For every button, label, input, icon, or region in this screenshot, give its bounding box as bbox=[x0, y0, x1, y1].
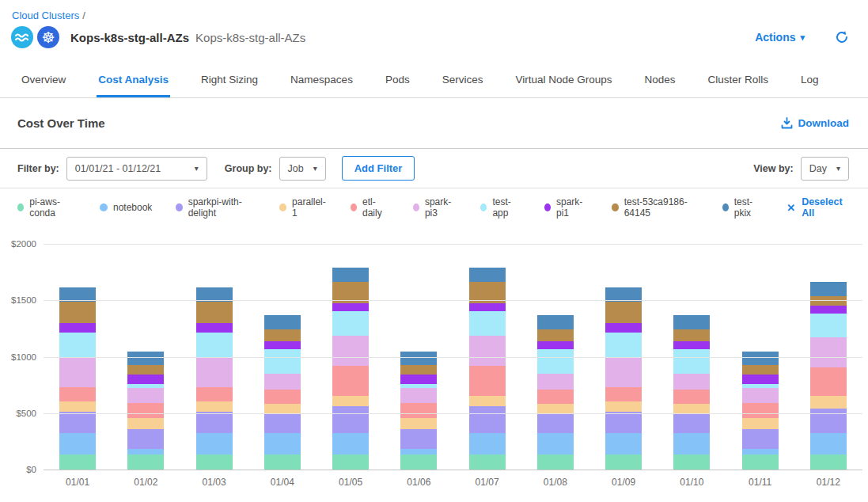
tab-virtual-node-groups[interactable]: Virtual Node Groups bbox=[514, 63, 613, 97]
bar-segment-etl-daily[interactable] bbox=[537, 390, 574, 404]
bar-segment-notebook[interactable] bbox=[127, 449, 164, 454]
bar-segment-test-pkix[interactable] bbox=[127, 352, 164, 365]
bar-segment-spark-pi1[interactable] bbox=[742, 375, 779, 383]
bar-segment-etl-daily[interactable] bbox=[469, 366, 506, 396]
bar-segment-test-app[interactable] bbox=[673, 349, 710, 374]
tab-namespaces[interactable]: Namespaces bbox=[289, 63, 354, 97]
bar-segment-test-53ca9186-64145[interactable] bbox=[537, 329, 574, 341]
legend-item-parallel-1[interactable]: parallel-1 bbox=[279, 196, 327, 219]
bar-segment-etl-daily[interactable] bbox=[59, 387, 96, 401]
legend-item-test-53ca9186-64145[interactable]: test-53ca9186-64145 bbox=[612, 196, 698, 219]
bar-segment-pi-aws-conda[interactable] bbox=[400, 454, 437, 470]
bar-segment-test-53ca9186-64145[interactable] bbox=[264, 329, 301, 341]
bar-segment-sparkpi-with-delight[interactable] bbox=[127, 429, 164, 449]
bar-segment-etl-daily[interactable] bbox=[264, 390, 301, 404]
bar-segment-spark-pi1[interactable] bbox=[537, 341, 574, 349]
bar-segment-sparkpi-with-delight[interactable] bbox=[605, 412, 642, 432]
stacked-bar-01/02[interactable] bbox=[127, 352, 164, 470]
bar-segment-spark-pi1[interactable] bbox=[605, 323, 642, 333]
bar-segment-parallel-1[interactable] bbox=[332, 396, 369, 407]
bar-segment-parallel-1[interactable] bbox=[742, 418, 779, 429]
bar-segment-parallel-1[interactable] bbox=[605, 401, 642, 413]
bar-segment-test-app[interactable] bbox=[59, 333, 96, 357]
bar-segment-parallel-1[interactable] bbox=[59, 401, 96, 413]
bar-segment-etl-daily[interactable] bbox=[332, 366, 369, 396]
bar-segment-etl-daily[interactable] bbox=[196, 387, 233, 401]
legend-item-sparkpi-with-delight[interactable]: sparkpi-with-delight bbox=[176, 196, 256, 219]
group-by-select[interactable]: Job ▾ bbox=[279, 157, 326, 181]
bar-segment-parallel-1[interactable] bbox=[127, 418, 164, 429]
bar-segment-spark-pi3[interactable] bbox=[59, 357, 96, 387]
bar-segment-spark-pi3[interactable] bbox=[127, 388, 164, 403]
bar-segment-notebook[interactable] bbox=[742, 449, 779, 454]
bar-segment-spark-pi1[interactable] bbox=[264, 341, 301, 349]
bar-segment-parallel-1[interactable] bbox=[469, 396, 506, 407]
bar-segment-etl-daily[interactable] bbox=[400, 403, 437, 418]
bar-segment-parallel-1[interactable] bbox=[673, 404, 710, 413]
bar-segment-parallel-1[interactable] bbox=[196, 401, 233, 413]
bar-segment-pi-aws-conda[interactable] bbox=[332, 454, 369, 470]
bar-segment-spark-pi1[interactable] bbox=[469, 303, 506, 311]
legend-item-pi-aws-conda[interactable]: pi-aws-conda bbox=[17, 196, 76, 219]
bar-segment-notebook[interactable] bbox=[673, 433, 710, 455]
legend-item-test-app[interactable]: test-app bbox=[480, 196, 521, 219]
bar-segment-pi-aws-conda[interactable] bbox=[127, 454, 164, 470]
bar-segment-etl-daily[interactable] bbox=[810, 367, 847, 396]
bar-segment-sparkpi-with-delight[interactable] bbox=[196, 412, 233, 432]
bar-segment-sparkpi-with-delight[interactable] bbox=[673, 413, 710, 433]
bar-segment-test-pkix[interactable] bbox=[400, 352, 437, 365]
bar-segment-notebook[interactable] bbox=[605, 433, 642, 455]
bar-segment-pi-aws-conda[interactable] bbox=[742, 454, 779, 470]
refresh-button[interactable] bbox=[835, 30, 849, 44]
bar-segment-sparkpi-with-delight[interactable] bbox=[810, 409, 847, 433]
tab-pods[interactable]: Pods bbox=[384, 63, 411, 97]
bar-segment-notebook[interactable] bbox=[264, 433, 301, 455]
stacked-bar-01/01[interactable] bbox=[59, 287, 96, 470]
bar-segment-test-pkix[interactable] bbox=[742, 352, 779, 365]
bar-segment-pi-aws-conda[interactable] bbox=[673, 454, 710, 470]
bar-segment-notebook[interactable] bbox=[59, 433, 96, 455]
bar-segment-spark-pi1[interactable] bbox=[59, 323, 96, 333]
stacked-bar-01/10[interactable] bbox=[673, 315, 710, 470]
bar-segment-test-pkix[interactable] bbox=[605, 287, 642, 302]
bar-segment-spark-pi3[interactable] bbox=[469, 336, 506, 366]
stacked-bar-01/12[interactable] bbox=[810, 282, 847, 470]
bar-segment-test-53ca9186-64145[interactable] bbox=[59, 302, 96, 323]
legend-item-spark-pi3[interactable]: spark-pi3 bbox=[413, 196, 457, 219]
actions-button[interactable]: Actions ▾ bbox=[755, 31, 805, 44]
bar-segment-test-app[interactable] bbox=[332, 311, 369, 336]
bar-segment-spark-pi1[interactable] bbox=[127, 375, 164, 383]
bar-segment-spark-pi3[interactable] bbox=[810, 337, 847, 367]
bar-segment-sparkpi-with-delight[interactable] bbox=[400, 429, 437, 449]
bar-segment-spark-pi1[interactable] bbox=[332, 303, 369, 311]
deselect-all-button[interactable]: ✕Deselect All bbox=[787, 196, 846, 219]
tab-services[interactable]: Services bbox=[441, 63, 485, 97]
bar-segment-spark-pi3[interactable] bbox=[264, 374, 301, 390]
tab-nodes[interactable]: Nodes bbox=[643, 63, 677, 97]
bar-segment-pi-aws-conda[interactable] bbox=[537, 454, 574, 470]
bar-segment-test-app[interactable] bbox=[605, 333, 642, 357]
bar-segment-etl-daily[interactable] bbox=[742, 403, 779, 418]
bar-segment-pi-aws-conda[interactable] bbox=[469, 454, 506, 470]
download-button[interactable]: Download bbox=[781, 117, 850, 129]
breadcrumb-link-cloud-clusters[interactable]: Cloud Clusters bbox=[12, 10, 79, 21]
bar-segment-test-pkix[interactable] bbox=[59, 287, 96, 302]
bar-segment-etl-daily[interactable] bbox=[673, 390, 710, 404]
bar-segment-spark-pi3[interactable] bbox=[400, 388, 437, 403]
bar-segment-test-53ca9186-64145[interactable] bbox=[742, 365, 779, 375]
tab-log[interactable]: Log bbox=[799, 63, 821, 97]
stacked-bar-01/04[interactable] bbox=[264, 315, 301, 470]
bar-segment-etl-daily[interactable] bbox=[605, 387, 642, 401]
bar-segment-sparkpi-with-delight[interactable] bbox=[469, 406, 506, 432]
stacked-bar-01/05[interactable] bbox=[332, 268, 369, 470]
tab-right-sizing[interactable]: Right Sizing bbox=[199, 63, 260, 97]
bar-segment-spark-pi3[interactable] bbox=[605, 357, 642, 387]
bar-segment-notebook[interactable] bbox=[810, 433, 847, 455]
bar-segment-test-53ca9186-64145[interactable] bbox=[605, 302, 642, 323]
bar-segment-sparkpi-with-delight[interactable] bbox=[332, 406, 369, 432]
bar-segment-spark-pi3[interactable] bbox=[537, 374, 574, 390]
bar-segment-test-pkix[interactable] bbox=[537, 315, 574, 330]
add-filter-button[interactable]: Add Filter bbox=[342, 156, 415, 181]
bar-segment-test-pkix[interactable] bbox=[332, 268, 369, 282]
bar-segment-pi-aws-conda[interactable] bbox=[59, 454, 96, 470]
